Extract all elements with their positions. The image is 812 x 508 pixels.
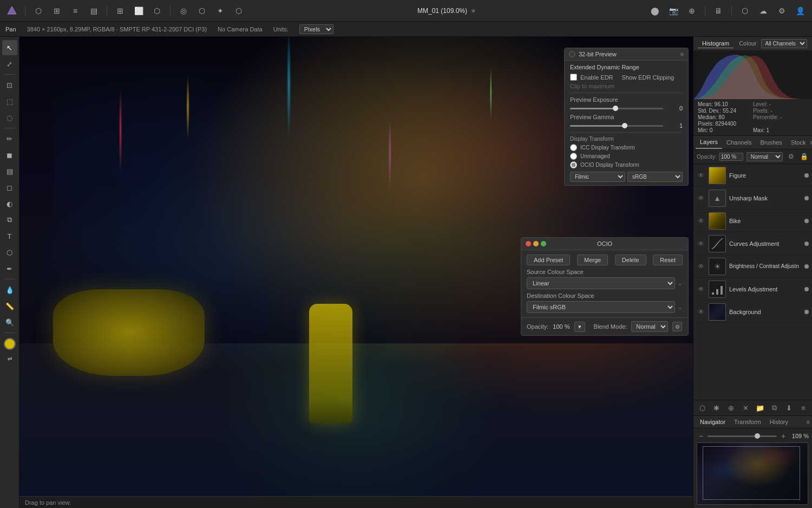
tool-icon-10[interactable]: ✦: [213, 3, 228, 18]
add-pixel-btn[interactable]: ⬡: [697, 402, 708, 413]
merge-down-btn[interactable]: ⬇: [783, 402, 794, 413]
preview-menu-btn[interactable]: ≡: [680, 51, 684, 57]
favorite-star[interactable]: ★: [470, 7, 476, 15]
mask-btn[interactable]: ⊕: [725, 402, 736, 413]
zoom-in-btn[interactable]: +: [779, 432, 788, 440]
tool-transform[interactable]: ⤢: [2, 56, 17, 71]
layer-curves[interactable]: 👁 Curves Adjustment: [693, 232, 812, 255]
tool-crop[interactable]: ⊡: [2, 77, 17, 93]
tool-eyedropper[interactable]: 💧: [2, 282, 17, 297]
dest-select[interactable]: Filmic sRGB: [527, 301, 675, 313]
gamma-track[interactable]: [570, 125, 663, 127]
delete-btn[interactable]: Delete: [615, 255, 646, 265]
cloud-icon[interactable]: ☁: [756, 3, 771, 18]
tab-layers[interactable]: Layers: [696, 136, 722, 149]
tool-fill[interactable]: ◼: [2, 147, 17, 162]
nav-thumbnail[interactable]: [697, 442, 808, 505]
duplicate-layer-btn[interactable]: ⧉: [769, 402, 780, 413]
layers-settings-btn[interactable]: ⚙: [786, 152, 796, 161]
vis-brightness[interactable]: 👁: [697, 262, 705, 271]
filmic-select[interactable]: Filmic: [570, 172, 625, 182]
tool-icon-4[interactable]: ▤: [86, 3, 101, 18]
tab-layer[interactable]: Layer: [809, 40, 812, 48]
tool-icon-2[interactable]: ⊞: [49, 3, 64, 18]
source-select[interactable]: Linear: [527, 277, 675, 289]
layer-figure[interactable]: 👁 Figure: [693, 164, 812, 187]
tool-erase[interactable]: ◻: [2, 180, 17, 195]
user-icon[interactable]: 👤: [793, 3, 808, 18]
tool-shape[interactable]: ⬡: [2, 245, 17, 260]
tool-measure[interactable]: 📏: [2, 298, 17, 314]
vis-background[interactable]: 👁: [697, 308, 705, 316]
vis-curves[interactable]: 👁: [697, 239, 705, 248]
tool-gradient[interactable]: ▤: [2, 164, 17, 179]
tool-pen[interactable]: ✒: [2, 261, 17, 276]
reset-btn[interactable]: Reset: [653, 255, 683, 265]
tool-lasso[interactable]: ◌: [2, 110, 17, 125]
nav-menu-btn[interactable]: ≡: [807, 419, 810, 425]
camera-icon[interactable]: 📷: [666, 3, 681, 18]
tab-channels[interactable]: Channels: [722, 136, 756, 148]
units-select[interactable]: Pixels Inches cm: [299, 24, 333, 34]
channel-select[interactable]: All Channels Red Green Blue: [761, 39, 807, 48]
tool-dodge[interactable]: ◐: [2, 196, 17, 211]
vis-levels[interactable]: 👁: [697, 285, 705, 294]
layers-menu-btn[interactable]: ≡: [810, 139, 812, 146]
layer-bike[interactable]: 👁 Bike: [693, 210, 812, 232]
tool-icon-7[interactable]: ⬡: [149, 3, 165, 18]
tab-transform[interactable]: Transform: [730, 416, 765, 428]
more-layers-btn[interactable]: ≡: [798, 402, 809, 413]
tool-icon-3[interactable]: ≡: [68, 3, 83, 18]
tool-text[interactable]: T: [2, 229, 17, 244]
tab-brushes[interactable]: Brushes: [756, 136, 787, 148]
tool-clone[interactable]: ⧉: [2, 212, 17, 227]
exposure-track[interactable]: [570, 108, 663, 109]
gamma-thumb[interactable]: [622, 123, 627, 128]
source-expand-icon[interactable]: ⌄: [677, 279, 683, 287]
layer-unsharp[interactable]: 👁 ▲ Unsharp Mask: [693, 187, 812, 210]
tab-histogram[interactable]: Histogram: [698, 39, 734, 48]
tool-view[interactable]: 🔍: [2, 315, 17, 330]
tool-icon-1[interactable]: ⬡: [31, 3, 46, 18]
opacity-input[interactable]: [719, 153, 743, 161]
icc-radio[interactable]: [570, 144, 577, 151]
zoom-slider[interactable]: [708, 435, 777, 437]
swap-colors[interactable]: ⇄: [2, 351, 17, 366]
add-adjust-btn[interactable]: ✱: [711, 402, 722, 413]
tool-icon-5[interactable]: ⊞: [113, 3, 128, 18]
layer-brightness[interactable]: 👁 ☀ Brightness / Contrast Adjustn: [693, 255, 812, 278]
tool-icon-8[interactable]: ◎: [176, 3, 191, 18]
delete-layer-btn[interactable]: ✕: [740, 402, 751, 413]
ocio-opacity-dropdown[interactable]: ▾: [574, 322, 585, 332]
tool-move[interactable]: ↖: [2, 40, 17, 55]
tool-icon-6[interactable]: ⬜: [131, 3, 146, 18]
record-icon[interactable]: ⬤: [647, 3, 663, 18]
merge-btn[interactable]: Merge: [577, 255, 608, 265]
layers-lock-btn[interactable]: 🔒: [799, 152, 809, 161]
tab-stock[interactable]: Stock: [787, 136, 810, 148]
settings-icon[interactable]: ⚙: [774, 3, 789, 18]
tab-navigator[interactable]: Navigator: [696, 416, 730, 428]
blend-select[interactable]: Normal: [746, 152, 783, 161]
group-layers-btn[interactable]: 📁: [755, 402, 765, 413]
tool-paint[interactable]: ✏: [2, 131, 17, 146]
tab-colour[interactable]: Colour: [735, 39, 761, 48]
enable-edr-checkbox[interactable]: [570, 74, 577, 81]
share-icon[interactable]: ⬡: [737, 3, 752, 18]
exposure-thumb[interactable]: [613, 106, 618, 111]
ocio-radio[interactable]: [570, 161, 577, 168]
target-icon[interactable]: ⊕: [684, 3, 699, 18]
layer-background[interactable]: 👁 Background: [693, 301, 812, 323]
zoom-thumb[interactable]: [755, 433, 760, 439]
canvas-area[interactable]: Drag to pan view. 32-bit Preview ≡ Exten…: [19, 37, 693, 508]
tool-icon-9[interactable]: ⬡: [194, 3, 209, 18]
zoom-out-btn[interactable]: −: [697, 432, 705, 440]
srgb-select[interactable]: sRGB: [627, 172, 683, 182]
tool-selection[interactable]: ⬚: [2, 94, 17, 109]
add-preset-btn[interactable]: Add Preset: [527, 255, 570, 265]
layer-levels[interactable]: 👁 Levels Adjustment: [693, 278, 812, 301]
unmanaged-radio[interactable]: [570, 153, 577, 160]
vis-figure[interactable]: 👁: [697, 171, 705, 180]
foreground-color[interactable]: [4, 338, 16, 350]
tab-history[interactable]: History: [765, 416, 793, 428]
